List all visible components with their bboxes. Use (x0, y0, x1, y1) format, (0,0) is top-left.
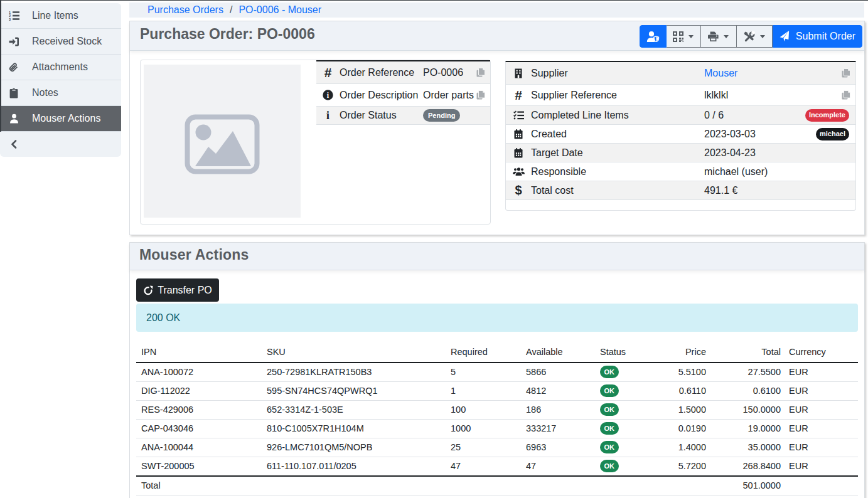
svg-text:3: 3 (9, 18, 11, 21)
